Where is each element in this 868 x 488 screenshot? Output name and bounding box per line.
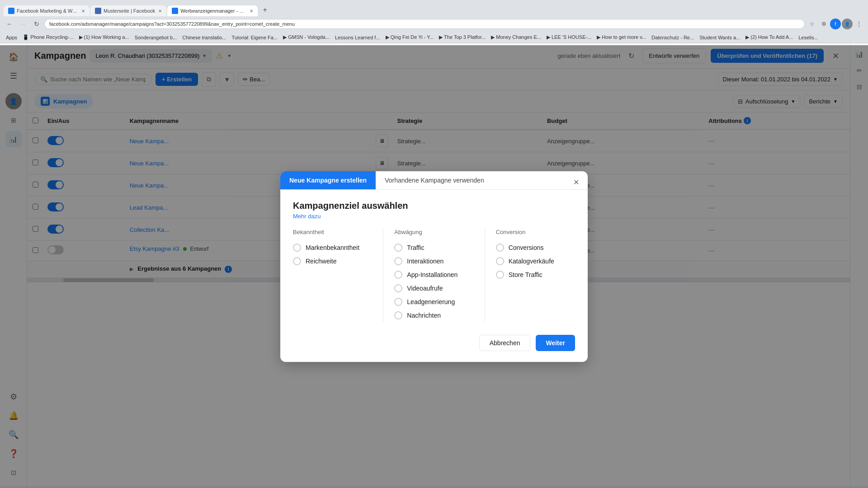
modal-more-link[interactable]: Mehr dazu (293, 213, 321, 220)
bookmark-16[interactable]: Leselis... (796, 34, 820, 41)
column-title-abwaegung: Abwägung (394, 229, 473, 235)
nav-back-button[interactable]: ← (4, 18, 15, 30)
option-store-traffic[interactable]: Store Traffic (496, 268, 575, 282)
modal-dialog: Neue Kampagne erstellen Vorhandene Kampa… (280, 171, 588, 362)
option-label: Nachrichten (407, 312, 441, 319)
radio-leadgenerierung[interactable] (394, 298, 402, 306)
bookmark-14[interactable]: Student Wants a... (697, 34, 742, 41)
bookmark-11[interactable]: ▶ LEE 'S HOUSE-... (544, 33, 594, 41)
browser-tabs-bar: Facebook Marketing & Werb... ✕ Mustersei… (0, 0, 868, 16)
tab-favicon-3 (172, 8, 178, 14)
bookmark-13[interactable]: Datenschutz - Re... (649, 34, 696, 41)
tab-favicon-2 (95, 8, 101, 14)
radio-reichweite[interactable] (293, 257, 301, 265)
bookmark-2[interactable]: ▶ (1) How Working a... (77, 33, 132, 41)
radio-conversions[interactable] (496, 244, 504, 252)
tab-close-2[interactable]: ✕ (158, 9, 162, 14)
modal-title: Kampagnenziel auswählen (293, 201, 575, 211)
option-label: Reichweite (306, 258, 336, 265)
radio-nachrichten[interactable] (394, 311, 402, 319)
tab-label-2: Musterseite | Facebook (104, 8, 155, 14)
tab-label-3: Werbeanzeigenmanager - We... (180, 8, 246, 14)
option-label: Interaktionen (407, 258, 443, 265)
extension-icon[interactable]: ⚙ (818, 19, 829, 29)
option-videoaufrufe[interactable]: Videoaufrufe (394, 282, 473, 295)
option-label: Traffic (407, 244, 424, 251)
modal-columns: Bekanntheit Markenbekanntheit Reichweite… (293, 229, 575, 322)
radio-interaktionen[interactable] (394, 257, 402, 265)
option-katalogverkaufe[interactable]: Katalogverkäufe (496, 254, 575, 268)
fb-icon-browser[interactable]: f (830, 19, 841, 29)
browser-tab-3[interactable]: Werbeanzeigenmanager - We... ✕ (167, 5, 258, 16)
browser-tab-2[interactable]: Musterseite | Facebook ✕ (90, 5, 166, 16)
tab-favicon-1 (8, 8, 14, 14)
menu-dots-icon[interactable]: ⋮ (854, 19, 864, 29)
tab-close-3[interactable]: ✕ (250, 9, 253, 14)
radio-markenbekanntheit[interactable] (293, 244, 301, 252)
next-button[interactable]: Weiter (536, 335, 575, 351)
modal-column-bekanntheit: Bekanntheit Markenbekanntheit Reichweite (293, 229, 379, 322)
browser-toolbar: ← → ↻ facebook.com/adsmanager/manage/cam… (0, 16, 868, 32)
extensions-area: ☆ ⚙ f 👤 ⋮ (807, 19, 864, 29)
option-reichweite[interactable]: Reichweite (293, 254, 372, 268)
option-label: Markenbekanntheit (306, 244, 359, 251)
bookmark-5[interactable]: Tutorial: Eigene Fa... (229, 34, 280, 41)
bookmark-12[interactable]: ▶ How to get more v... (594, 33, 648, 41)
browser-tab-1[interactable]: Facebook Marketing & Werb... ✕ (4, 5, 90, 16)
new-tab-button[interactable]: + (259, 4, 271, 16)
tab-existing-campaign[interactable]: Vorhandene Kampagne verwenden (376, 171, 493, 189)
radio-traffic[interactable] (394, 244, 402, 252)
option-conversions[interactable]: Conversions (496, 241, 575, 254)
tab-label-1: Facebook Marketing & Werb... (17, 8, 78, 14)
cancel-button[interactable]: Abbrechen (479, 335, 531, 351)
bookmark-8[interactable]: ▶ Qing Fei De Yi - Y... (383, 33, 436, 41)
radio-videoaufrufe[interactable] (394, 284, 402, 292)
modal-tabs: Neue Kampagne erstellen Vorhandene Kampa… (280, 171, 588, 190)
option-leadgenerierung[interactable]: Leadgenerierung (394, 295, 473, 309)
radio-katalogverkaufe[interactable] (496, 257, 504, 265)
modal-overlay: Neue Kampagne erstellen Vorhandene Kampa… (0, 45, 868, 488)
profile-icon-browser[interactable]: 👤 (842, 19, 853, 29)
bookmark-3[interactable]: Sonderangebot b... (132, 34, 179, 41)
radio-store-traffic[interactable] (496, 271, 504, 279)
nav-refresh-button[interactable]: ↻ (31, 18, 42, 30)
bookmark-15[interactable]: ▶ (2) How To Add A... (743, 33, 795, 41)
tab-close-1[interactable]: ✕ (81, 9, 85, 14)
modal-footer: Abbrechen Weiter (293, 335, 575, 351)
option-label: Katalogverkäufe (509, 258, 554, 265)
option-label: Leadgenerierung (407, 298, 455, 305)
option-label: App-Installationen (407, 271, 458, 278)
radio-app-installationen[interactable] (394, 271, 402, 279)
option-markenbekanntheit[interactable]: Markenbekanntheit (293, 241, 372, 254)
browser-chrome: Facebook Marketing & Werb... ✕ Mustersei… (0, 0, 868, 32)
nav-forward-button[interactable]: → (17, 18, 29, 30)
option-app-installationen[interactable]: App-Installationen (394, 268, 473, 282)
column-title-bekanntheit: Bekanntheit (293, 229, 372, 235)
bookmark-7[interactable]: Lessons Learned f... (333, 34, 382, 41)
bookmark-1[interactable]: 📱 Phone Recycling-... (20, 33, 75, 41)
option-label: Store Traffic (509, 271, 542, 278)
bookmark-10[interactable]: ▶ Money Changes E... (489, 33, 543, 41)
option-nachrichten[interactable]: Nachrichten (394, 309, 473, 322)
modal-column-abwaegung: Abwägung Traffic Interaktionen App-Insta… (387, 229, 481, 322)
star-icon[interactable]: ☆ (807, 19, 817, 29)
option-traffic[interactable]: Traffic (394, 241, 473, 254)
modal-column-conversion: Conversion Conversions Katalogverkäufe S… (489, 229, 575, 322)
bookmark-9[interactable]: ▶ The Top 3 Platfor... (437, 33, 488, 41)
bookmark-4[interactable]: Chinese translatio... (180, 34, 228, 41)
bookmark-apps[interactable]: Apps (4, 34, 19, 41)
bookmark-6[interactable]: ▶ GMSN - Vologda... (281, 33, 332, 41)
bookmarks-bar: Apps 📱 Phone Recycling-... ▶ (1) How Wor… (0, 32, 868, 43)
option-interaktionen[interactable]: Interaktionen (394, 254, 473, 268)
option-label: Conversions (509, 244, 544, 251)
modal-close-button[interactable]: ✕ (570, 176, 582, 188)
option-label: Videoaufrufe (407, 285, 443, 292)
tab-new-campaign[interactable]: Neue Kampagne erstellen (280, 171, 376, 189)
modal-body: Kampagnenziel auswählen Mehr dazu Bekann… (280, 190, 588, 362)
column-title-conversion: Conversion (496, 229, 575, 235)
address-bar[interactable]: facebook.com/adsmanager/manage/campaigns… (44, 19, 805, 29)
